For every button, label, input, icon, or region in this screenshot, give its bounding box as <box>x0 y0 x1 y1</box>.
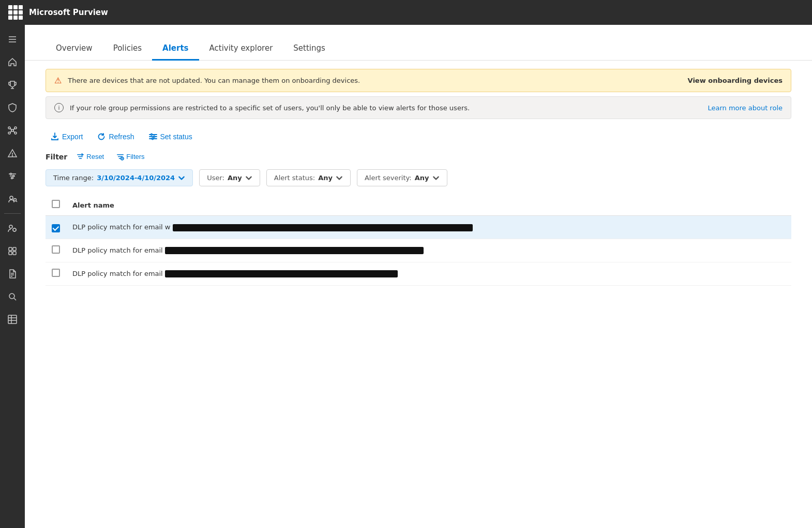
app-grid-icon[interactable] <box>8 5 23 20</box>
svg-point-26 <box>13 228 16 231</box>
warning-banner: ⚠ There are devices that are not updated… <box>46 69 791 92</box>
svg-point-25 <box>9 225 12 228</box>
sidebar <box>0 25 25 528</box>
tabs-container: Overview Policies Alerts Activity explor… <box>25 25 812 61</box>
svg-line-24 <box>16 201 17 202</box>
time-range-chevron-icon <box>178 174 185 182</box>
row-1-checkbox[interactable] <box>52 224 60 232</box>
table-row: DLP policy match for email <box>46 262 791 285</box>
alert-severity-key: Alert severity: <box>365 174 412 182</box>
user-value: Any <box>228 174 242 182</box>
topbar: Microsoft Purview <box>0 0 812 25</box>
banners: ⚠ There are devices that are not updated… <box>25 61 812 119</box>
main-layout: Overview Policies Alerts Activity explor… <box>0 25 812 528</box>
search-icon[interactable] <box>2 286 23 307</box>
reset-filter-button[interactable]: Reset <box>71 150 109 163</box>
td-checkbox-2[interactable] <box>46 239 66 262</box>
alert-severity-filter[interactable]: Alert severity: Any <box>357 169 447 186</box>
alert-status-filter[interactable]: Alert status: Any <box>266 169 351 186</box>
svg-point-5 <box>11 129 13 131</box>
network-icon[interactable] <box>2 120 23 141</box>
user-filter[interactable]: User: Any <box>199 169 260 186</box>
filters-button[interactable]: Filters <box>111 150 149 163</box>
home-icon[interactable] <box>2 52 23 72</box>
app-title: Microsoft Purview <box>29 8 108 17</box>
select-all-checkbox[interactable] <box>52 200 60 208</box>
time-range-key: Time range: <box>53 174 94 182</box>
redacted-content-3 <box>165 270 398 277</box>
info-icon: i <box>54 103 64 112</box>
people-settings-icon[interactable] <box>2 218 23 239</box>
svg-point-9 <box>14 132 17 134</box>
toolbar: Export Refresh Set status <box>25 119 812 144</box>
svg-point-8 <box>8 132 10 134</box>
grid-icon[interactable] <box>2 241 23 261</box>
tab-alerts[interactable]: Alerts <box>152 37 199 61</box>
filter-label: Filter <box>46 153 67 161</box>
svg-point-49 <box>152 138 153 140</box>
search-people-icon[interactable] <box>2 188 23 209</box>
alerts-table: Alert name DLP policy match for email w <box>46 195 791 286</box>
td-alert-name-1: DLP policy match for email w <box>66 216 791 239</box>
trophy-icon[interactable] <box>2 75 23 95</box>
view-onboarding-devices-link[interactable]: View onboarding devices <box>688 77 783 84</box>
table-section: Alert name DLP policy match for email w <box>25 186 812 294</box>
hamburger-menu-icon[interactable] <box>2 29 23 50</box>
time-range-value: 3/10/2024-4/10/2024 <box>97 174 175 182</box>
table-row: DLP policy match for email <box>46 239 791 262</box>
svg-line-10 <box>10 128 11 130</box>
redacted-content-1 <box>173 224 473 231</box>
svg-point-23 <box>14 199 17 201</box>
svg-line-39 <box>14 298 16 300</box>
svg-rect-34 <box>13 252 16 255</box>
set-status-button[interactable]: Set status <box>144 129 198 144</box>
shield-icon[interactable] <box>2 97 23 118</box>
alert-status-key: Alert status: <box>274 174 315 182</box>
svg-point-6 <box>8 127 10 129</box>
svg-point-20 <box>13 175 14 177</box>
svg-line-13 <box>13 131 14 133</box>
svg-rect-33 <box>9 252 12 255</box>
svg-point-38 <box>9 294 14 299</box>
alert-severity-chevron-icon <box>432 174 440 182</box>
svg-rect-40 <box>8 315 17 324</box>
alert-triangle-icon[interactable] <box>2 143 23 164</box>
svg-rect-31 <box>9 247 12 251</box>
time-range-filter[interactable]: Time range: 3/10/2024-4/10/2024 <box>46 169 193 186</box>
tab-settings[interactable]: Settings <box>283 37 336 61</box>
learn-more-link[interactable]: Learn more about role <box>708 104 783 112</box>
filter-settings-icon[interactable] <box>2 166 23 186</box>
svg-point-19 <box>10 173 12 175</box>
export-button[interactable]: Export <box>46 129 88 144</box>
refresh-icon <box>97 133 106 141</box>
th-checkbox <box>46 195 66 216</box>
svg-rect-32 <box>13 247 16 251</box>
td-checkbox-3[interactable] <box>46 262 66 285</box>
dropdown-filters: Time range: 3/10/2024-4/10/2024 User: An… <box>25 163 812 186</box>
th-alert-name: Alert name <box>66 195 791 216</box>
user-filter-chevron-icon <box>245 174 252 182</box>
tab-policies[interactable]: Policies <box>103 37 152 61</box>
td-alert-name-3: DLP policy match for email <box>66 262 791 285</box>
svg-point-47 <box>151 134 152 136</box>
warning-icon: ⚠ <box>54 76 62 85</box>
row-3-checkbox[interactable] <box>52 269 60 277</box>
filter-row: Filter Reset Filters <box>25 144 812 163</box>
svg-point-15 <box>12 156 13 156</box>
redacted-content-2 <box>165 247 424 254</box>
tab-overview[interactable]: Overview <box>46 37 103 61</box>
td-checkbox-1[interactable] <box>46 216 66 239</box>
td-alert-name-2: DLP policy match for email <box>66 239 791 262</box>
alert-name-text-3: DLP policy match for email <box>72 270 163 277</box>
info-banner-text: If your role group permissions are restr… <box>70 104 701 112</box>
row-2-checkbox[interactable] <box>52 245 60 254</box>
table-row: DLP policy match for email w <box>46 216 791 239</box>
table-icon[interactable] <box>2 309 23 330</box>
tab-activity-explorer[interactable]: Activity explorer <box>199 37 283 61</box>
svg-point-48 <box>153 136 155 138</box>
svg-point-22 <box>10 196 13 199</box>
refresh-button[interactable]: Refresh <box>92 129 139 144</box>
svg-line-12 <box>10 131 11 133</box>
warning-banner-text: There are devices that are not updated. … <box>68 77 681 84</box>
document-icon[interactable] <box>2 263 23 284</box>
